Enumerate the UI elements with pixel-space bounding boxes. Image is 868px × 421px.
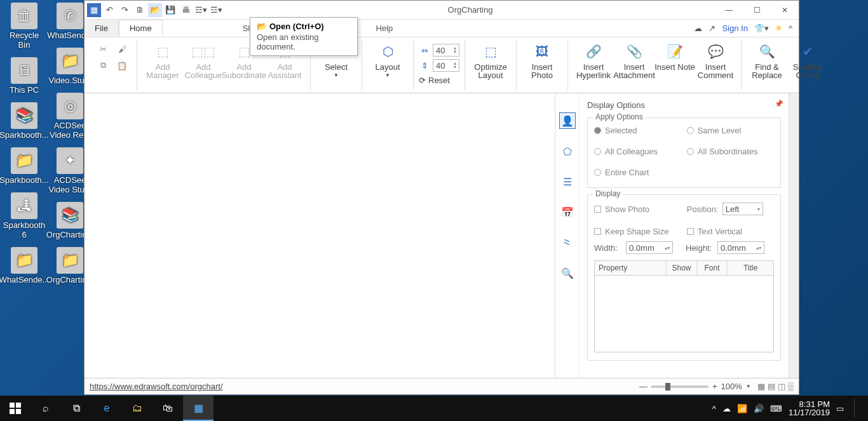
optimize-layout-button[interactable]: ⬚Optimize Layout — [470, 40, 511, 79]
shirt-icon[interactable]: 👕▾ — [754, 23, 769, 33]
open-icon[interactable]: 📂 — [148, 3, 162, 17]
redo-icon[interactable]: ↷ — [118, 3, 132, 17]
reset-button[interactable]: ⟳Reset — [419, 76, 450, 85]
notification-button[interactable]: ▭ — [836, 404, 844, 413]
collapse-ribbon-icon[interactable]: ^ — [789, 23, 792, 33]
sign-in-link[interactable]: Sign In — [722, 23, 747, 33]
add-colleague-button[interactable]: ⬚⬚Add Colleague — [183, 40, 224, 79]
close-button[interactable]: ✕ — [771, 1, 799, 20]
tab-help[interactable]: Help — [366, 20, 403, 37]
search-button[interactable]: ⌕ — [31, 396, 61, 421]
app-icon[interactable]: ▦ — [87, 3, 101, 17]
insert-attachment-button[interactable]: 📎Insert Attachment — [614, 40, 654, 79]
desktop-icon[interactable]: 📁WhatSende... — [3, 247, 46, 284]
desktop-icon[interactable]: 📚Sparkbooth... — [3, 102, 46, 140]
spelling-check-button[interactable]: ✔Spelling Check — [787, 40, 828, 79]
chk-show-photo[interactable]: Show Photo — [594, 203, 681, 215]
taskbar-clock[interactable]: 8:31 PM 11/17/2019 — [789, 400, 830, 417]
desktop-icon[interactable]: 🖥This PC — [3, 57, 46, 95]
tray-onedrive-icon[interactable]: ☁ — [722, 404, 731, 413]
panel-tab-search-icon[interactable]: 🔍 — [559, 265, 576, 281]
new-icon[interactable]: 🗎 — [133, 3, 147, 17]
opt-selected[interactable]: Selected — [594, 126, 681, 135]
insert-hyperlink-button[interactable]: 🔗Insert Hyperlink — [573, 40, 614, 79]
minimize-button[interactable]: — — [715, 1, 743, 20]
th-font[interactable]: Font — [697, 261, 728, 275]
hspace-input[interactable]: 40▴▾ — [433, 44, 459, 57]
copy-icon[interactable]: ⧉ — [96, 59, 110, 72]
insert-photo-button[interactable]: 🖼Insert Photo — [522, 40, 562, 79]
opt-entire-chart[interactable]: Entire Chart — [594, 168, 681, 177]
cloud-icon[interactable]: ☁ — [694, 23, 702, 33]
tray-keyboard-icon[interactable]: ⌨ — [770, 404, 782, 413]
canvas-area[interactable] — [85, 93, 555, 378]
panel-tab-fields-icon[interactable]: ☰ — [559, 173, 576, 190]
opt-all-subordinates[interactable]: All Subordinates — [687, 147, 773, 156]
layout-button[interactable]: ⬡Layout▼ — [367, 40, 408, 79]
zoom-in-button[interactable]: + — [712, 382, 717, 391]
opt-same-level[interactable]: Same Level — [687, 126, 773, 135]
hspace-icon: ⇔ — [419, 44, 430, 56]
taskview-button[interactable]: ⧉ — [61, 396, 92, 421]
zoom-out-button[interactable]: — — [639, 382, 648, 391]
tray-network-icon[interactable]: 📶 — [737, 404, 747, 413]
desktop-icon[interactable]: 🏞Sparkbooth 6 — [3, 192, 46, 239]
list2-icon[interactable]: ☲▾ — [209, 3, 223, 17]
add-manager-button[interactable]: ⬚Add Manager — [142, 40, 183, 79]
chk-text-vertical[interactable]: Text Vertical — [687, 227, 773, 236]
height-label: Height: — [686, 243, 714, 253]
insert-comment-button[interactable]: 💬Insert Comment — [695, 40, 736, 79]
title-bar: ▦ ↶ ↷ 🗎 📂 💾 🖶 ☲▾ ☲▾ OrgCharting — ☐ ✕ — [85, 1, 799, 20]
panel-tab-shape-icon[interactable]: ⬠ — [559, 143, 576, 159]
format-painter-icon[interactable]: 🖌 — [115, 43, 129, 55]
cut-icon[interactable]: ✂ — [96, 43, 110, 55]
panel-tab-display-icon[interactable]: 👤 — [559, 112, 576, 129]
display-title: Display — [593, 189, 623, 198]
pin-icon[interactable]: 📌 — [775, 100, 783, 108]
view-mode-3-icon[interactable]: ◫ — [778, 382, 785, 391]
th-show[interactable]: Show — [667, 261, 697, 275]
width-input[interactable]: 0.0mm▴▾ — [626, 241, 673, 254]
property-table: Property Show Font Title — [594, 260, 774, 352]
share-icon[interactable]: ↗ — [709, 23, 715, 33]
maximize-button[interactable]: ☐ — [743, 1, 771, 20]
desktop-icon[interactable]: 📁Sparkbooth... — [3, 147, 46, 185]
insert-note-button[interactable]: 📝Insert Note — [654, 40, 695, 71]
zoom-slider[interactable] — [651, 385, 709, 388]
save-icon[interactable]: 💾 — [163, 3, 177, 17]
undo-icon[interactable]: ↶ — [102, 3, 116, 17]
view-mode-1-icon[interactable]: ▦ — [757, 382, 765, 391]
edge-button[interactable]: e — [92, 396, 122, 421]
status-url[interactable]: https://www.edrawsoft.com/orgchart/ — [90, 382, 223, 391]
tab-file[interactable]: File — [85, 20, 119, 37]
paste-icon[interactable]: 📋 — [115, 59, 129, 72]
panel-tab-tree-icon[interactable]: ⺀ — [559, 234, 576, 251]
show-desktop-button[interactable] — [854, 399, 863, 418]
height-input[interactable]: 0.0mm▴▾ — [717, 241, 764, 254]
find-replace-button[interactable]: 🔍Find & Replace — [747, 40, 787, 79]
desktop-icon[interactable]: 🗑Recycle Bin — [3, 3, 46, 50]
tray-chevron-icon[interactable]: ^ — [712, 404, 716, 413]
view-mode-4-icon[interactable]: ▒ — [788, 382, 794, 391]
panel-tab-date-icon[interactable]: 📅 — [559, 204, 576, 220]
list1-icon[interactable]: ☲▾ — [194, 3, 208, 17]
display-options-panel: 👤 ⬠ ☰ 📅 ⺀ 🔍 Display Options📌 Apply Optio… — [555, 93, 799, 378]
vspace-input[interactable]: 40▴▾ — [433, 59, 459, 72]
explorer-button[interactable]: 🗂 — [122, 396, 153, 421]
start-button[interactable] — [0, 396, 31, 421]
view-mode-2-icon[interactable]: ▤ — [768, 382, 775, 391]
print-icon[interactable]: 🖶 — [179, 3, 193, 17]
th-property[interactable]: Property — [595, 261, 667, 275]
vspace-icon: ⇕ — [419, 60, 430, 71]
logo-icon: ✳ — [775, 23, 782, 33]
folder-open-icon: 📂 — [257, 22, 267, 31]
th-title[interactable]: Title — [728, 261, 773, 275]
position-select[interactable]: Left▾ — [722, 203, 763, 215]
opt-all-colleagues[interactable]: All Colleagues — [594, 147, 681, 156]
tab-home[interactable]: Home — [119, 20, 163, 37]
tray-volume-icon[interactable]: 🔊 — [754, 404, 764, 413]
panel-scrollbar[interactable] — [789, 93, 799, 378]
orgcharting-taskbar-button[interactable]: ▦ — [183, 396, 214, 421]
chk-keep-shape[interactable]: Keep Shape Size — [594, 227, 681, 236]
store-button[interactable]: 🛍 — [153, 396, 183, 421]
